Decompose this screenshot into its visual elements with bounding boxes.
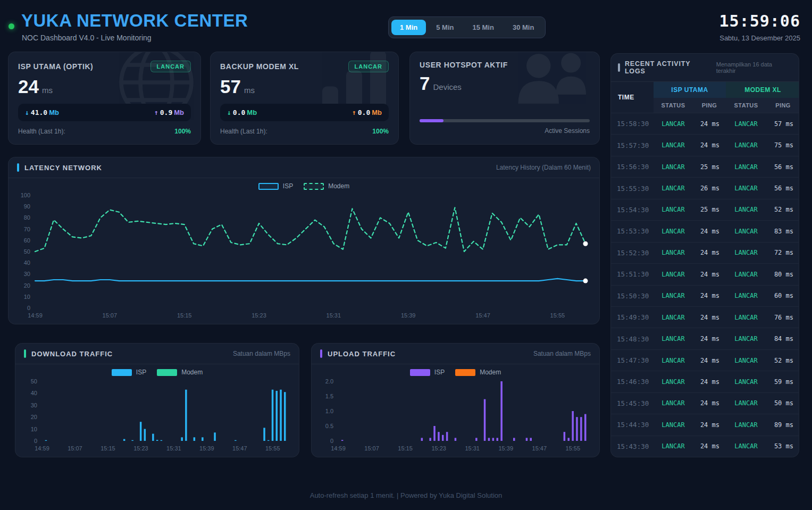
log-isp-status: LANCAR	[654, 399, 693, 407]
speed-pill: ↓0.0Mb ↑0.0Mb	[220, 104, 389, 121]
legend-isp-swatch	[410, 369, 430, 376]
log-row: 15:43:30LANCAR24 msLANCAR53 ms	[611, 436, 799, 457]
log-isp-ping: 24 ms	[693, 228, 726, 235]
log-isp-ping: 24 ms	[693, 141, 726, 149]
latency-unit: ms	[42, 86, 53, 95]
svg-text:15:39: 15:39	[498, 445, 513, 452]
legend-isp-swatch	[112, 369, 132, 376]
col-time: TIME	[611, 82, 654, 113]
panel-title: DOWNLOAD TRAFFIC	[31, 350, 113, 358]
log-modem-ping: 80 ms	[766, 271, 799, 278]
svg-text:14:59: 14:59	[35, 445, 49, 452]
sessions-caption: Active Sessions	[420, 127, 590, 135]
log-time: 15:57:30	[611, 141, 654, 149]
svg-text:2.0: 2.0	[325, 378, 333, 384]
svg-text:15:47: 15:47	[232, 445, 247, 452]
svg-text:10: 10	[24, 294, 30, 300]
log-time: 15:47:30	[611, 356, 654, 364]
log-isp-status: LANCAR	[654, 249, 693, 256]
svg-text:0: 0	[27, 305, 30, 311]
log-time: 15:51:30	[611, 270, 654, 278]
upload-speed: ↑0.0Mb	[352, 108, 382, 116]
log-row: 15:46:30LANCAR24 msLANCAR59 ms	[611, 371, 799, 392]
col-group-isp: ISP UTAMA	[654, 82, 726, 98]
logs-title: RECENT ACTIVITY LOGS	[625, 60, 711, 75]
svg-text:60: 60	[24, 237, 30, 244]
upload-unit: Mb	[174, 108, 184, 116]
log-modem-status: LANCAR	[726, 399, 766, 407]
download-value: 0.0	[233, 108, 245, 116]
range-button-1-min[interactable]: 1 Min	[391, 20, 426, 35]
panel-subtitle: Latency History (Dalam 60 Menit)	[496, 164, 591, 171]
log-isp-ping: 24 ms	[693, 314, 726, 321]
col-isp-ping: PING	[693, 98, 726, 113]
devices-unit: Devices	[433, 82, 461, 91]
legend-modem-label: Modem	[181, 369, 203, 376]
log-time: 15:54:30	[611, 206, 654, 214]
log-modem-status: LANCAR	[726, 185, 766, 192]
svg-text:1.5: 1.5	[325, 393, 333, 399]
card-title: ISP UTAMA (OPTIK)	[18, 62, 93, 71]
log-modem-status: LANCAR	[726, 228, 766, 235]
upload-legend: ISP Modem	[312, 369, 599, 376]
log-isp-status: LANCAR	[654, 421, 693, 429]
col-isp-status: STATUS	[654, 98, 693, 113]
upload-arrow-icon: ↑	[154, 108, 158, 116]
svg-text:15:07: 15:07	[68, 445, 82, 452]
panel-subtitle: Satuan dalam MBps	[233, 350, 290, 357]
log-isp-ping: 24 ms	[693, 442, 726, 450]
page-title: YUKA NETWORK CENTER	[21, 11, 248, 31]
panel-accent	[24, 349, 26, 358]
digital-clock: 15:59:06	[719, 12, 801, 30]
health-value: 100%	[174, 128, 191, 135]
svg-text:1.0: 1.0	[325, 408, 333, 414]
card-isp-utama: ISP UTAMA (OPTIK) LANCAR 24ms ↓41.0Mb ↑0…	[8, 52, 201, 145]
download-arrow-icon: ↓	[25, 108, 29, 116]
logs-table-header: TIME ISP UTAMA MODEM XL STATUS PING STAT…	[611, 82, 799, 113]
time-range-selector: 1 Min5 Min15 Min30 Min	[388, 16, 546, 38]
upload-panel: UPLOAD TRAFFIC Satuan dalam MBps ISP Mod…	[311, 343, 600, 457]
latency-panel: LATENCY NETWORK Latency History (Dalam 6…	[8, 157, 600, 324]
log-time: 15:50:30	[611, 292, 654, 300]
log-modem-ping: 56 ms	[766, 163, 799, 171]
log-isp-ping: 24 ms	[693, 357, 726, 364]
svg-text:15:47: 15:47	[532, 445, 547, 452]
svg-text:15:31: 15:31	[327, 312, 341, 319]
log-modem-status: LANCAR	[726, 163, 766, 171]
current-date: Sabtu, 13 Desember 2025	[719, 34, 800, 42]
log-modem-status: LANCAR	[726, 357, 766, 364]
svg-text:0: 0	[34, 438, 37, 444]
svg-text:15:55: 15:55	[550, 312, 565, 319]
log-row: 15:44:30LANCAR24 msLANCAR89 ms	[611, 414, 799, 435]
log-isp-ping: 24 ms	[693, 421, 726, 429]
health-label: Health (Last 1h):	[18, 128, 65, 135]
log-isp-ping: 26 ms	[693, 185, 726, 192]
log-time: 15:53:30	[611, 227, 654, 235]
range-button-15-min[interactable]: 15 Min	[464, 20, 502, 35]
col-group-modem: MODEM XL	[726, 82, 799, 98]
log-row: 15:50:30LANCAR24 msLANCAR60 ms	[611, 285, 799, 306]
latency-unit: ms	[244, 86, 255, 95]
log-modem-status: LANCAR	[726, 120, 766, 128]
download-chart: 0102030405014:5915:0715:1515:2315:3115:3…	[19, 377, 294, 456]
svg-text:14:59: 14:59	[28, 312, 43, 319]
download-speed: ↓41.0Mb	[25, 108, 59, 116]
upload-chart: 00.51.01.52.014:5915:0715:1515:2315:3115…	[315, 377, 594, 456]
log-modem-status: LANCAR	[726, 421, 766, 429]
latency-legend: ISP Modem	[9, 182, 599, 190]
log-modem-status: LANCAR	[726, 314, 766, 321]
svg-text:15:07: 15:07	[103, 312, 118, 319]
svg-text:15:15: 15:15	[101, 445, 115, 452]
footer-text: Auto-refresh setiap 1 menit. | Powered b…	[0, 491, 812, 499]
log-isp-status: LANCAR	[654, 206, 693, 213]
range-button-5-min[interactable]: 5 Min	[428, 20, 462, 35]
log-modem-ping: 75 ms	[766, 141, 799, 149]
status-badge: LANCAR	[150, 61, 191, 72]
log-time: 15:43:30	[611, 442, 654, 450]
range-button-30-min[interactable]: 30 Min	[504, 20, 542, 35]
svg-text:50: 50	[31, 378, 37, 384]
log-row: 15:54:30LANCAR25 msLANCAR52 ms	[611, 199, 799, 220]
svg-text:100: 100	[21, 192, 30, 198]
legend-isp-label: ISP	[434, 369, 445, 376]
log-isp-ping: 24 ms	[693, 378, 726, 386]
